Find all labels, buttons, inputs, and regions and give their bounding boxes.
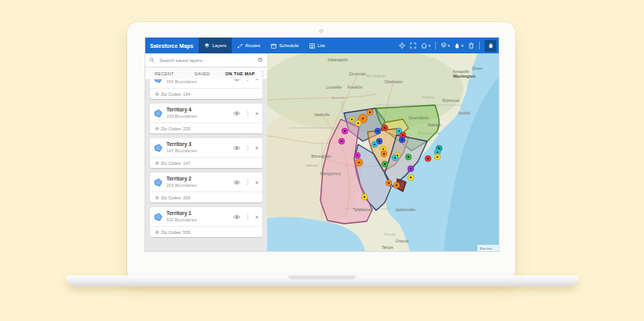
map-city-label: Tallahassee [353, 208, 373, 212]
visibility-eye-icon[interactable] [233, 79, 240, 82]
search-icon [149, 57, 155, 63]
tab-list[interactable]: List [304, 38, 330, 53]
map-city-label: Louisville [326, 86, 342, 89]
plot-icon[interactable]: ▾ [454, 42, 463, 49]
zip-codes-label: Zip Codes: 530 [161, 230, 190, 235]
header-spacer [331, 38, 400, 53]
card-menu-icon[interactable]: ⋮ [245, 79, 251, 82]
territory-boundaries: 532 Boundaries [166, 218, 197, 223]
basemap-icon[interactable]: ▾ [441, 42, 450, 49]
tab-layers-label: Layers [212, 43, 226, 48]
map-marker-dot [358, 162, 360, 163]
visibility-eye-icon[interactable] [233, 214, 240, 220]
map-marker-dot [410, 177, 412, 178]
map-city-label: Richmond [442, 99, 459, 103]
tab-layers[interactable]: Layers [199, 38, 232, 53]
map-city-label: Alabama [305, 163, 319, 167]
card-remove-icon[interactable]: × [255, 111, 258, 116]
map-marker-dot [384, 127, 386, 129]
visibility-eye-icon[interactable] [233, 145, 240, 151]
visibility-eye-icon[interactable] [233, 180, 240, 185]
card-menu-icon[interactable]: ⋮ [245, 144, 251, 151]
territory-card[interactable]: Territory 3 147 Boundaries ⋮ × Zip Codes… [150, 138, 262, 168]
card-remove-icon[interactable]: × [255, 145, 258, 151]
app-header: Salesforce Maps Layers Routes Schedule L… [145, 38, 499, 53]
panel-tabs-menu-icon[interactable]: ⋮ [259, 71, 267, 77]
map-marker-dot [377, 130, 379, 132]
card-remove-icon[interactable]: × [255, 180, 258, 185]
card-menu-icon[interactable]: ⋮ [245, 179, 251, 185]
map-city-label: Montgomery [320, 172, 342, 176]
map-marker-dot [388, 182, 390, 184]
card-remove-icon[interactable]: × [255, 79, 258, 82]
card-menu-icon[interactable]: ⋮ [245, 213, 251, 220]
app-title: Salesforce Maps [145, 38, 199, 53]
expand-icon[interactable] [410, 42, 416, 49]
panel-tab-recent[interactable]: RECENT [145, 71, 183, 76]
card-menu-icon[interactable]: ⋮ [245, 110, 251, 116]
tab-routes-label: Routes [245, 43, 260, 48]
map-marker-dot [394, 157, 396, 159]
map-city-label: Norfolk [458, 111, 470, 115]
map-marker-dot [427, 158, 429, 159]
map-marker-dot [437, 156, 438, 158]
map-marker-dot [344, 130, 346, 132]
layers-panel: ⚙ RECENT SAVED ON THE MAP ⋮ Territory 5 … [145, 53, 267, 251]
map-marker-dot [401, 139, 403, 140]
tab-schedule[interactable]: Schedule [265, 38, 304, 53]
map-city-label: North Carolina [417, 131, 441, 135]
territory-name: Territory 1 [166, 211, 197, 217]
laptop-base [66, 275, 578, 286]
map-attribution: Map data [478, 245, 499, 251]
map-marker-dot [362, 118, 364, 119]
map-city-label: Nashville [314, 113, 330, 117]
zip-pin-icon [156, 93, 159, 96]
territory-card[interactable]: Territory 4 233 Boundaries ⋮ × Zip Codes… [150, 104, 262, 133]
territory-card[interactable]: Territory 5 154 Boundaries ⋮ × Zip Codes… [150, 79, 262, 99]
zip-codes-label: Zip Codes: 154 [161, 92, 190, 97]
visibility-eye-icon[interactable] [233, 111, 240, 116]
zip-pin-icon [156, 127, 159, 130]
zip-codes-label: Zip Codes: 147 [161, 161, 190, 166]
territory-name: Territory 2 [166, 177, 197, 182]
territory-boundaries: 154 Boundaries [166, 80, 197, 85]
mockup-stage: Salesforce Maps Layers Routes Schedule L… [0, 0, 644, 321]
map-marker-dot [369, 111, 371, 113]
panel-tab-on-the-map[interactable]: ON THE MAP [221, 71, 259, 76]
map-marker-dot [357, 122, 359, 124]
gear-icon[interactable]: ⚙ [258, 57, 263, 64]
search-input[interactable] [158, 57, 254, 64]
pointer-icon[interactable] [485, 40, 496, 52]
map-canvas[interactable]: IndianapolisCincinnatiLouisvilleFrankfor… [267, 53, 499, 251]
territory-card[interactable]: Territory 2 203 Boundaries ⋮ × Zip Codes… [150, 173, 262, 202]
map-city-label: Charleston [384, 80, 403, 84]
routes-icon [237, 43, 243, 49]
map-marker-dot [438, 148, 440, 149]
map-marker-dot [341, 140, 342, 142]
trash-icon[interactable] [468, 42, 474, 49]
map-city-label: Dover [473, 67, 483, 71]
svg-text:Map data: Map data [480, 247, 493, 250]
map-marker-dot [408, 156, 409, 158]
territory-layer-icon [154, 79, 163, 83]
locate-icon[interactable] [399, 42, 405, 49]
map-city-label: Indianapolis [327, 58, 348, 62]
card-remove-icon[interactable]: × [255, 214, 258, 220]
map-city-label: Tampa [382, 246, 393, 250]
map-city-label: Washington [453, 74, 475, 78]
panel-tab-saved[interactable]: SAVED [183, 71, 221, 76]
map-city-label: Cincinnati [349, 72, 365, 76]
panel-tabs: RECENT SAVED ON THE MAP ⋮ [145, 67, 267, 80]
tab-schedule-label: Schedule [279, 43, 298, 48]
map-city-label: Greensboro [408, 116, 429, 120]
map-marker-dot [384, 163, 386, 165]
territory-boundaries: 233 Boundaries [166, 115, 197, 119]
territory-card[interactable]: Territory 1 532 Boundaries ⋮ × Zip Codes… [150, 207, 262, 237]
tab-routes[interactable]: Routes [232, 38, 265, 53]
map-marker-dot [437, 151, 438, 153]
map-city-label: West Virginia [366, 74, 386, 78]
home-icon[interactable]: ▾ [421, 42, 430, 49]
map-marker-dot [398, 130, 400, 132]
map-marker-dot [374, 144, 375, 145]
toolbar-separator [435, 42, 436, 49]
